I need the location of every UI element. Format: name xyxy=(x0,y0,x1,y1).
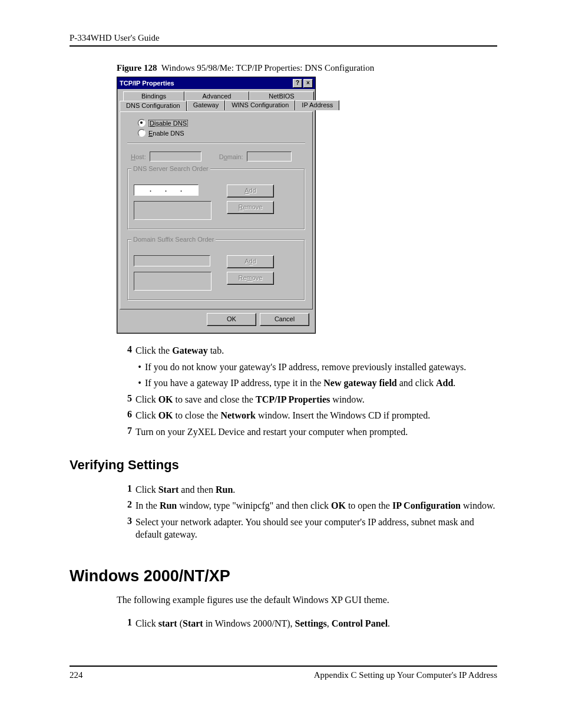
header-guide: P-334WHD User's Guide xyxy=(70,33,497,43)
radio-disable-dns-label: Disable DNS xyxy=(148,120,188,127)
dns-add-button[interactable]: Add xyxy=(227,185,274,197)
dns-server-search-order-group: DNS Server Search Order . . . Add xyxy=(127,169,305,230)
vstep-2-text: In the Run window, type "winipcfg" and t… xyxy=(135,499,497,512)
step-5-text: Click OK to save and close the TCP/IP Pr… xyxy=(135,393,497,406)
step-7-text: Turn on your ZyXEL Device and restart yo… xyxy=(135,426,497,439)
figure-caption-text: Windows 95/98/Me: TCP/IP Properties: DNS… xyxy=(161,63,374,73)
tab-gateway[interactable]: Gateway xyxy=(187,100,225,110)
bullet-icon: • xyxy=(134,361,145,374)
host-input[interactable] xyxy=(150,151,201,162)
vstep-2-number: 2 xyxy=(121,499,132,512)
domain-suffix-group-legend: Domain Suffix Search Order xyxy=(131,236,216,243)
host-label: Host: xyxy=(131,153,146,160)
bullet-icon: • xyxy=(134,377,145,390)
tab-netbios[interactable]: NetBIOS xyxy=(249,91,314,101)
radio-enable-dns-label: Enable DNS xyxy=(148,130,184,137)
step-4-number: 4 xyxy=(121,344,132,357)
xstep-1-text: Click start (Start in Windows 2000/NT), … xyxy=(135,617,497,630)
heading-windows-2000-nt-xp: Windows 2000/NT/XP xyxy=(70,567,497,585)
vstep-3-text: Select your network adapter. You should … xyxy=(135,516,497,541)
tcpip-properties-dialog: TCP/IP Properties ? × Bindings Advanced … xyxy=(117,77,316,334)
ok-button[interactable]: OK xyxy=(207,313,256,326)
suffix-input[interactable] xyxy=(134,255,210,266)
heading-verifying-settings: Verifying Settings xyxy=(70,457,497,473)
dns-server-list[interactable] xyxy=(134,201,211,220)
suffix-add-button[interactable]: Add xyxy=(227,255,274,268)
close-icon[interactable]: × xyxy=(303,79,313,88)
domain-suffix-search-order-group: Domain Suffix Search Order Add Remove xyxy=(127,239,305,301)
step-5-number: 5 xyxy=(121,393,132,406)
help-icon[interactable]: ? xyxy=(293,79,302,88)
tab-wins-configuration[interactable]: WINS Configuration xyxy=(225,100,295,110)
vstep-3-number: 3 xyxy=(121,516,132,541)
xstep-1-number: 1 xyxy=(121,617,132,630)
dns-ip-input[interactable]: . . . xyxy=(134,185,199,196)
figure-caption: Figure 128 Windows 95/98/Me: TCP/IP Prop… xyxy=(117,63,497,73)
step-6-number: 6 xyxy=(121,409,132,422)
appendix-label: Appendix C Setting up Your Computer's IP… xyxy=(314,670,497,680)
tab-advanced[interactable]: Advanced xyxy=(184,91,249,101)
figure-label: Figure 128 xyxy=(117,63,157,73)
step-4-text: Click the Gateway tab. xyxy=(135,344,497,357)
tab-bindings[interactable]: Bindings xyxy=(123,91,184,101)
titlebar[interactable]: TCP/IP Properties ? × xyxy=(117,77,315,89)
tab-panel: Disable DNS Enable DNS Host: Domain: DNS… xyxy=(120,111,313,309)
tabstrip: Bindings Advanced NetBIOS DNS Configurat… xyxy=(120,91,313,111)
radio-enable-dns[interactable] xyxy=(138,129,146,137)
dns-server-group-legend: DNS Server Search Order xyxy=(131,165,210,172)
suffix-remove-button[interactable]: Remove xyxy=(227,272,274,285)
sub-item-1: If you do not know your gateway's IP add… xyxy=(145,361,466,374)
domain-label: Domain: xyxy=(219,153,243,160)
step-6-text: Click OK to close the Network window. In… xyxy=(135,409,497,422)
step-7-number: 7 xyxy=(121,426,132,439)
tab-dns-configuration[interactable]: DNS Configuration xyxy=(120,101,187,111)
vstep-1-number: 1 xyxy=(121,483,132,496)
para-xp-intro: The following example figures use the de… xyxy=(117,594,497,607)
radio-disable-dns[interactable] xyxy=(138,119,146,127)
header-rule xyxy=(70,45,497,47)
tab-ip-address[interactable]: IP Address xyxy=(295,100,339,110)
vstep-1-text: Click Start and then Run. xyxy=(135,483,497,496)
domain-input[interactable] xyxy=(247,151,292,162)
cancel-button[interactable]: Cancel xyxy=(260,313,309,326)
dns-remove-button[interactable]: Remove xyxy=(227,201,274,214)
page-number: 224 xyxy=(70,670,83,680)
suffix-list[interactable] xyxy=(134,272,211,291)
dialog-title: TCP/IP Properties xyxy=(120,80,174,87)
sub-item-2: If you have a gateway IP address, type i… xyxy=(145,377,455,390)
